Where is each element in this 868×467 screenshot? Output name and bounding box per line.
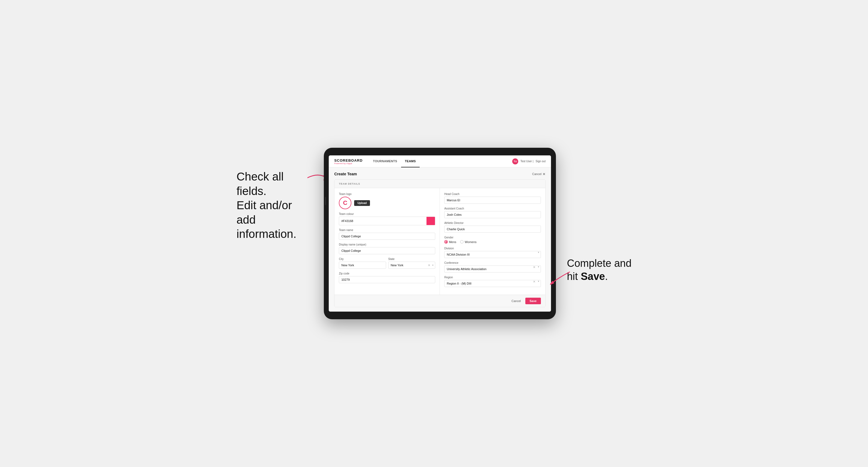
nav-tournaments[interactable]: TOURNAMENTS — [369, 155, 401, 167]
athletic-director-input[interactable] — [444, 225, 541, 233]
tablet-frame: SCOREBOARD Powered by clippd TOURNAMENTS… — [324, 148, 556, 319]
city-state-row: City State ✕ ▾ — [339, 257, 435, 269]
form-card: TEAM DETAILS Team logo C — [334, 180, 546, 307]
logo-subtitle: Powered by clippd — [334, 162, 363, 164]
assistant-coach-label: Assistant Coach — [444, 207, 541, 210]
mens-radio-dot — [444, 240, 448, 244]
zip-input[interactable] — [339, 276, 435, 283]
conference-group: Conference ✕ ▾ — [444, 261, 541, 273]
color-input-wrapper — [339, 217, 435, 225]
city-group: City — [339, 257, 386, 269]
city-label: City — [339, 257, 386, 260]
nav-teams[interactable]: TEAMS — [401, 155, 420, 167]
conference-input[interactable] — [444, 266, 541, 273]
tablet-screen: SCOREBOARD Powered by clippd TOURNAMENTS… — [329, 155, 551, 312]
division-group: Division ▾ — [444, 247, 541, 258]
header-cancel-button[interactable]: Cancel ✕ — [532, 172, 546, 176]
team-colour-label: Team colour — [339, 213, 435, 216]
zip-group: Zip code — [339, 272, 435, 283]
display-name-group: Display name (unique) — [339, 243, 435, 254]
state-group: State ✕ ▾ — [388, 257, 435, 269]
logo-title: SCOREBOARD — [334, 158, 363, 162]
cancel-x-icon: ✕ — [542, 172, 546, 176]
region-select-wrapper: ✕ ▾ — [444, 280, 541, 287]
conference-select-wrapper: ✕ ▾ — [444, 266, 541, 273]
gender-mens-radio[interactable]: Mens — [444, 240, 456, 244]
state-select-wrapper: ✕ ▾ — [388, 261, 435, 269]
app-navbar: SCOREBOARD Powered by clippd TOURNAMENTS… — [329, 155, 551, 167]
region-input[interactable] — [444, 280, 541, 287]
logo-area: C Upload — [339, 197, 435, 209]
team-name-input[interactable] — [339, 233, 435, 240]
form-right: Head Coach Assistant Coach Athletic Dire… — [440, 188, 545, 295]
assistant-coach-group: Assistant Coach — [444, 207, 541, 218]
nav-right: TU Test User | Sign out — [512, 158, 546, 164]
conference-label: Conference — [444, 261, 541, 264]
team-name-group: Team name — [339, 228, 435, 240]
region-group: Region ✕ ▾ — [444, 276, 541, 287]
gender-label: Gender — [444, 236, 541, 239]
division-label: Division — [444, 247, 541, 250]
form-footer: Cancel Save — [335, 295, 545, 307]
athletic-director-label: Athletic Director — [444, 221, 541, 224]
gender-radio-group: Mens Womens — [444, 240, 541, 244]
form-body: Team logo C Upload Team colo — [335, 188, 545, 295]
head-coach-group: Head Coach — [444, 192, 541, 204]
team-logo-circle: C — [339, 197, 351, 209]
head-coach-label: Head Coach — [444, 192, 541, 195]
athletic-director-group: Athletic Director — [444, 221, 541, 233]
team-name-label: Team name — [339, 228, 435, 231]
page-header: Create Team Cancel ✕ — [334, 172, 546, 176]
team-logo-group: Team logo C Upload — [339, 192, 435, 209]
display-name-label: Display name (unique) — [339, 243, 435, 246]
left-annotation-text: Check all fields. Edit and/or add inform… — [237, 170, 296, 240]
womens-radio-dot — [460, 240, 464, 244]
upload-button[interactable]: Upload — [354, 200, 370, 206]
assistant-coach-input[interactable] — [444, 211, 541, 218]
display-name-input[interactable] — [339, 247, 435, 254]
division-input[interactable] — [444, 251, 541, 258]
head-coach-input[interactable] — [444, 197, 541, 204]
footer-cancel-button[interactable]: Cancel — [509, 299, 523, 303]
main-content: Create Team Cancel ✕ TEAM DETAILS Team l — [329, 167, 551, 312]
section-header: TEAM DETAILS — [335, 180, 545, 188]
division-select-wrapper: ▾ — [444, 251, 541, 258]
team-colour-input[interactable] — [339, 217, 427, 225]
user-avatar: TU — [512, 158, 518, 164]
user-label: Test User | — [520, 160, 533, 163]
page-title: Create Team — [334, 172, 357, 176]
zip-label: Zip code — [339, 272, 435, 275]
right-annotation: Complete and hit Save. — [567, 148, 631, 283]
form-left: Team logo C Upload Team colo — [335, 188, 440, 295]
sign-out-link[interactable]: Sign out — [536, 160, 546, 163]
region-clear-icon[interactable]: ✕ — [533, 280, 535, 283]
nav-items: TOURNAMENTS TEAMS — [369, 155, 512, 167]
team-colour-group: Team colour — [339, 213, 435, 225]
gender-womens-radio[interactable]: Womens — [460, 240, 476, 244]
color-swatch[interactable] — [427, 217, 435, 225]
city-input[interactable] — [339, 261, 386, 269]
conference-clear-icon[interactable]: ✕ — [533, 266, 535, 269]
app-logo: SCOREBOARD Powered by clippd — [334, 158, 363, 164]
state-clear-icon[interactable]: ✕ — [428, 263, 430, 267]
state-label: State — [388, 257, 435, 260]
team-logo-label: Team logo — [339, 192, 435, 195]
footer-save-button[interactable]: Save — [525, 298, 541, 304]
region-label: Region — [444, 276, 541, 279]
gender-group: Gender Mens Womens — [444, 236, 541, 244]
right-arrow-icon — [545, 267, 572, 288]
